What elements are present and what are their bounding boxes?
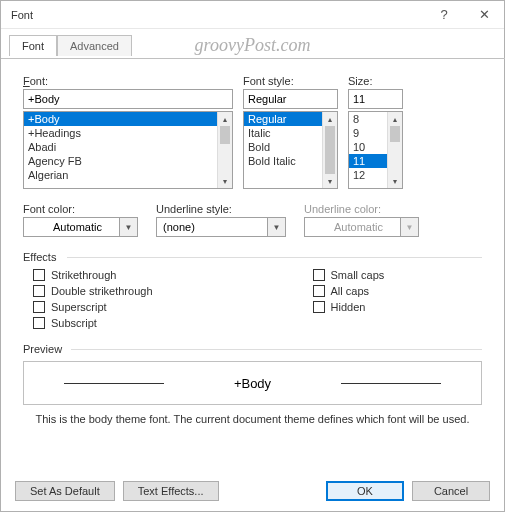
underlinecolor-label: Underline color:	[304, 203, 419, 215]
effects-group: Strikethrough Double strikethrough Super…	[23, 269, 482, 329]
checkbox-label: Superscript	[51, 301, 107, 313]
checkbox-icon	[313, 269, 325, 281]
checkbox-label: All caps	[331, 285, 370, 297]
effects-group-label: Effects	[23, 251, 482, 263]
scroll-thumb[interactable]	[390, 126, 400, 142]
scroll-up-icon[interactable]: ▴	[323, 112, 337, 126]
checkbox-icon	[313, 301, 325, 313]
font-listbox[interactable]: +Body +Headings Abadi Agency FB Algerian…	[23, 111, 233, 189]
scroll-thumb[interactable]	[220, 126, 230, 144]
strikethrough-checkbox[interactable]: Strikethrough	[33, 269, 153, 281]
help-button[interactable]: ?	[424, 1, 464, 29]
fontcolor-column: Font color: Automatic ▼	[23, 203, 138, 237]
fontstyle-listbox[interactable]: Regular Italic Bold Bold Italic ▴ ▾	[243, 111, 338, 189]
scroll-up-icon[interactable]: ▴	[388, 112, 402, 126]
list-item[interactable]: +Headings	[24, 126, 232, 140]
list-item[interactable]: Algerian	[24, 168, 232, 182]
checkbox-label: Double strikethrough	[51, 285, 153, 297]
tab-underline	[1, 58, 505, 59]
close-button[interactable]: ✕	[464, 1, 504, 29]
tab-strip: FontAdvanced	[9, 35, 504, 59]
size-input-value: 11	[353, 93, 365, 105]
preview-line-right	[341, 383, 441, 384]
size-input[interactable]: 11	[348, 89, 403, 109]
preview-note: This is the body theme font. The current…	[23, 413, 482, 425]
fontcolor-dropdown[interactable]: Automatic ▼	[23, 217, 138, 237]
scroll-thumb[interactable]	[325, 126, 335, 174]
scroll-down-icon[interactable]: ▾	[323, 174, 337, 188]
ok-button[interactable]: OK	[326, 481, 404, 501]
chevron-down-icon: ▼	[400, 218, 418, 236]
footer: Set As Default Text Effects... OK Cancel	[1, 471, 504, 511]
underlinecolor-value: Automatic	[305, 221, 400, 233]
checkbox-icon	[313, 285, 325, 297]
font-column: Font: +Body +Body +Headings Abadi Agency…	[23, 75, 233, 189]
checkbox-icon	[33, 317, 45, 329]
underlinecolor-dropdown: Automatic ▼	[304, 217, 419, 237]
preview-text: +Body	[234, 376, 271, 391]
underlinecolor-column: Underline color: Automatic ▼	[304, 203, 419, 237]
checkbox-icon	[33, 269, 45, 281]
font-dialog: Font ? ✕ groovyPost.com FontAdvanced Fon…	[0, 0, 505, 512]
scroll-down-icon[interactable]: ▾	[218, 174, 232, 188]
chevron-down-icon: ▼	[267, 218, 285, 236]
scrollbar[interactable]: ▴ ▾	[217, 112, 232, 188]
window-title: Font	[11, 9, 424, 21]
checkbox-label: Strikethrough	[51, 269, 116, 281]
smallcaps-checkbox[interactable]: Small caps	[313, 269, 385, 281]
text-effects-button[interactable]: Text Effects...	[123, 481, 219, 501]
color-row: Font color: Automatic ▼ Underline style:…	[23, 203, 482, 237]
tab-font[interactable]: Font	[9, 35, 57, 56]
scroll-up-icon[interactable]: ▴	[218, 112, 232, 126]
scrollbar[interactable]: ▴ ▾	[387, 112, 402, 188]
content: Font: +Body +Body +Headings Abadi Agency…	[1, 59, 504, 471]
preview-box: +Body	[23, 361, 482, 405]
scroll-down-icon[interactable]: ▾	[388, 174, 402, 188]
fontstyle-label: Font style:	[243, 75, 338, 87]
underlinestyle-label: Underline style:	[156, 203, 286, 215]
checkbox-label: Small caps	[331, 269, 385, 281]
underlinestyle-value: (none)	[157, 221, 267, 233]
preview-group-label: Preview	[23, 343, 482, 355]
size-column: Size: 11 8 9 10 11 12 ▴ ▾	[348, 75, 403, 189]
checkbox-icon	[33, 285, 45, 297]
effects-left: Strikethrough Double strikethrough Super…	[33, 269, 153, 329]
tab-advanced[interactable]: Advanced	[57, 35, 132, 56]
double-strikethrough-checkbox[interactable]: Double strikethrough	[33, 285, 153, 297]
list-item[interactable]: Abadi	[24, 140, 232, 154]
underlinestyle-dropdown[interactable]: (none) ▼	[156, 217, 286, 237]
size-label: Size:	[348, 75, 403, 87]
set-as-default-button[interactable]: Set As Default	[15, 481, 115, 501]
fontcolor-value: Automatic	[24, 221, 119, 233]
font-input[interactable]: +Body	[23, 89, 233, 109]
cancel-button[interactable]: Cancel	[412, 481, 490, 501]
superscript-checkbox[interactable]: Superscript	[33, 301, 153, 313]
allcaps-checkbox[interactable]: All caps	[313, 285, 385, 297]
checkbox-icon	[33, 301, 45, 313]
preview-line-left	[64, 383, 164, 384]
scrollbar[interactable]: ▴ ▾	[322, 112, 337, 188]
fontstyle-input-value: Regular	[248, 93, 287, 105]
checkbox-label: Hidden	[331, 301, 366, 313]
hidden-checkbox[interactable]: Hidden	[313, 301, 385, 313]
fontstyle-column: Font style: Regular Regular Italic Bold …	[243, 75, 338, 189]
chevron-down-icon: ▼	[119, 218, 137, 236]
titlebar: Font ? ✕	[1, 1, 504, 29]
font-row: Font: +Body +Body +Headings Abadi Agency…	[23, 75, 482, 189]
underlinestyle-column: Underline style: (none) ▼	[156, 203, 286, 237]
font-label: Font:	[23, 75, 233, 87]
list-item[interactable]: Agency FB	[24, 154, 232, 168]
subscript-checkbox[interactable]: Subscript	[33, 317, 153, 329]
font-input-value: +Body	[28, 93, 60, 105]
size-listbox[interactable]: 8 9 10 11 12 ▴ ▾	[348, 111, 403, 189]
fontstyle-input[interactable]: Regular	[243, 89, 338, 109]
fontcolor-label: Font color:	[23, 203, 138, 215]
checkbox-label: Subscript	[51, 317, 97, 329]
effects-right: Small caps All caps Hidden	[313, 269, 385, 329]
list-item[interactable]: +Body	[24, 112, 232, 126]
